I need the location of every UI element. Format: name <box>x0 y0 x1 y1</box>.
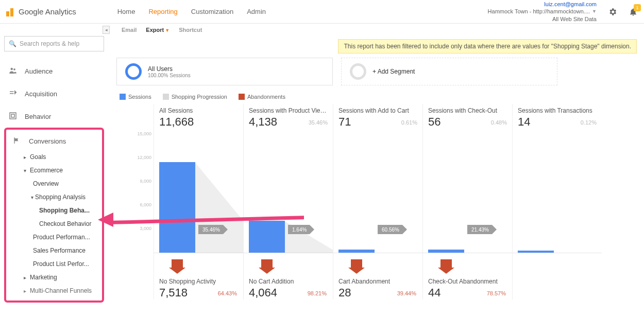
header-icon-tray: 1 <box>608 7 638 16</box>
nav-home[interactable]: Home <box>117 8 135 15</box>
filter-banner: This report has been filtered to include… <box>338 39 637 54</box>
legend-abandonments: Abandonments <box>239 94 285 100</box>
drop-cell-1[interactable]: No Cart Addition 4,064 98.21% <box>243 253 333 299</box>
report-body: This report has been filtered to include… <box>116 39 637 299</box>
search-input[interactable]: 🔍 Search reports & help <box>4 36 104 51</box>
notification-badge: 1 <box>634 4 641 11</box>
funnel-col-1[interactable]: Sessions with Product Views 4,138 35.46%… <box>243 104 333 253</box>
svg-rect-3 <box>11 114 14 117</box>
sidebar-item-behavior[interactable]: Behavior <box>4 105 104 128</box>
action-email[interactable]: Email <box>122 27 137 33</box>
col-title: Sessions with Product Views <box>249 107 328 114</box>
funnel-col-4[interactable]: Sessions with Transactions 14 0.12% <box>512 104 602 253</box>
account-view: All Web Site Data <box>488 15 597 23</box>
sidebar-item-goals[interactable]: Goals <box>8 150 100 164</box>
down-arrow-icon <box>351 259 362 269</box>
sidebar-item-checkout-behavior[interactable]: Checkout Behavior <box>8 217 100 231</box>
down-arrow-icon <box>172 259 183 269</box>
sidebar-item-shopping-behavior[interactable]: Shopping Beha... <box>8 204 100 217</box>
svg-point-1 <box>13 68 15 70</box>
drop-cell-3[interactable]: Check-Out Abandonment 44 78.57% <box>422 253 512 299</box>
gear-icon[interactable] <box>608 7 617 16</box>
nav-admin[interactable]: Admin <box>247 8 266 15</box>
col-title: Sessions with Check-Out <box>428 107 507 114</box>
ga-logo-icon <box>6 7 15 16</box>
nav-reporting[interactable]: Reporting <box>148 8 177 15</box>
sidebar-item-conversions[interactable]: Conversions <box>8 132 100 150</box>
drop-title: No Cart Addition <box>249 278 328 285</box>
funnel-col-2[interactable]: Sessions with Add to Cart 71 0.61% 60.56… <box>333 104 422 253</box>
segment-add[interactable]: + Add Segment <box>341 58 557 85</box>
col-value: 11,668 <box>159 115 238 129</box>
y-tick: 3,000 <box>140 226 151 231</box>
drop-title: Check-Out Abandonment <box>428 278 507 285</box>
down-arrow-icon <box>261 259 273 269</box>
sidebar-item-multi-channel-funnels[interactable]: Multi-Channel Funnels <box>8 284 100 297</box>
segment-title: All Users <box>148 65 191 73</box>
sidebar: 🔍 Search reports & help Audience Acquisi… <box>0 36 108 307</box>
action-shortcut[interactable]: Shortcut <box>179 27 202 33</box>
col-title: Sessions with Add to Cart <box>338 107 417 114</box>
funnel-chart: 15,000 12,000 9,000 6,000 3,000 All Sess… <box>116 104 637 253</box>
drop-pct: 78.57% <box>487 290 506 296</box>
report-action-bar: Email Export▼ Shortcut <box>103 24 644 36</box>
drop-title: Cart Abandonment <box>338 278 417 285</box>
sidebar-item-ecommerce[interactable]: Ecommerce <box>8 164 100 177</box>
bar <box>338 250 375 253</box>
sidebar-item-label: Behavior <box>25 113 51 120</box>
segment-all-users[interactable]: All Users 100.00% Sessions <box>116 58 333 85</box>
chart-legend: Sessions Shopping Progression Abandonmen… <box>120 94 637 100</box>
search-placeholder: Search reports & help <box>20 40 79 47</box>
svg-point-0 <box>11 67 13 70</box>
sidebar-item-audience[interactable]: Audience <box>4 60 104 82</box>
col-pct: 0.12% <box>581 119 597 126</box>
drop-pct: 98.21% <box>308 290 327 296</box>
sidebar-collapse-handle[interactable]: ◂ <box>103 26 110 34</box>
bar <box>159 162 195 253</box>
chart-zone: 35.46% <box>154 134 243 253</box>
progression-arrow: 60.56% <box>378 225 402 234</box>
top-nav: Home Reporting Customization Admin <box>117 8 266 15</box>
y-tick: 9,000 <box>140 179 151 184</box>
col-pct: 0.61% <box>401 119 417 126</box>
drop-cell-empty <box>512 253 602 299</box>
segment-subtitle: 100.00% Sessions <box>148 73 191 78</box>
chart-zone <box>513 134 602 253</box>
account-info[interactable]: luiz.cent@gmail.com Hammock Town - http:… <box>488 1 597 23</box>
nav-customization[interactable]: Customization <box>191 8 233 15</box>
sidebar-item-marketing[interactable]: Marketing <box>8 271 100 284</box>
action-export[interactable]: Export▼ <box>146 27 170 33</box>
sidebar-item-acquisition[interactable]: Acquisition <box>4 82 104 105</box>
behavior-icon <box>8 111 18 122</box>
drop-cell-2[interactable]: Cart Abandonment 28 39.44% <box>333 253 422 299</box>
segment-circle-icon <box>350 63 366 80</box>
drop-title: No Shopping Activity <box>159 278 238 285</box>
drop-cell-0[interactable]: No Shopping Activity 7,518 64.43% <box>154 253 243 299</box>
bar <box>428 250 464 253</box>
segments-row: All Users 100.00% Sessions + Add Segment <box>116 58 637 85</box>
funnel-shade <box>285 134 333 253</box>
funnel-col-0[interactable]: All Sessions 11,668 35.46% <box>154 104 243 253</box>
col-pct: 0.48% <box>491 119 507 126</box>
sidebar-item-product-performance[interactable]: Product Performan... <box>8 231 100 244</box>
funnel-col-3[interactable]: Sessions with Check-Out 56 0.48% 21.43% <box>422 104 512 253</box>
col-title: Sessions with Transactions <box>518 107 597 114</box>
legend-sessions: Sessions <box>120 94 151 100</box>
sidebar-item-overview[interactable]: Overview <box>8 177 100 190</box>
progression-arrow: 21.43% <box>467 225 492 234</box>
bar <box>249 221 285 253</box>
flag-icon <box>12 136 22 146</box>
down-arrow-icon <box>440 259 452 269</box>
funnel-shade <box>195 134 244 253</box>
sidebar-item-label: Conversions <box>29 137 66 145</box>
sidebar-item-shopping-analysis[interactable]: Shopping Analysis <box>8 190 100 204</box>
audience-icon <box>8 66 18 77</box>
sidebar-item-product-list-performance[interactable]: Product List Perfor... <box>8 257 100 271</box>
topbar: Google Analytics Home Reporting Customiz… <box>0 0 644 24</box>
progression-arrow: 35.46% <box>198 225 223 234</box>
sidebar-item-sales-performance[interactable]: Sales Performance <box>8 244 100 257</box>
bar <box>518 251 554 253</box>
svg-rect-2 <box>10 113 16 119</box>
bell-icon[interactable]: 1 <box>629 7 638 16</box>
y-axis: 15,000 12,000 9,000 6,000 3,000 <box>116 104 154 253</box>
